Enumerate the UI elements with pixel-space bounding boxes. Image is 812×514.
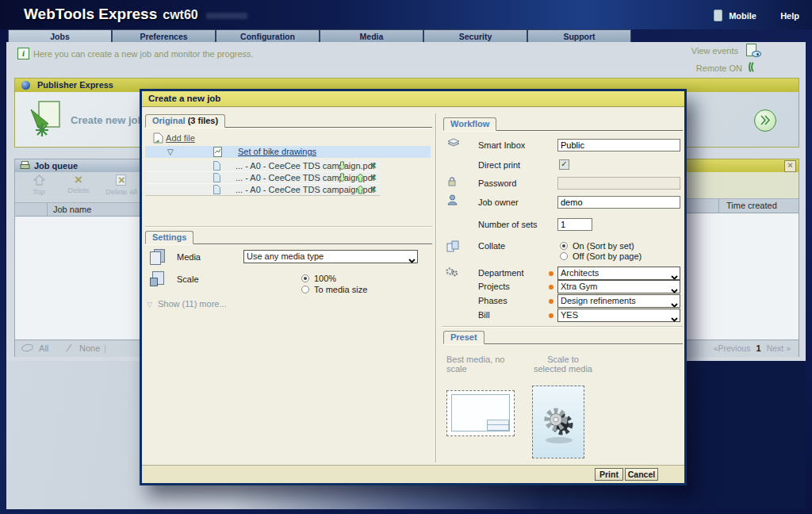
cancel-button[interactable]: Cancel [625, 468, 658, 481]
select-all-link[interactable]: All [21, 340, 48, 357]
workflow-section-tab: Workflow [443, 117, 496, 131]
file-row: ... - A0 - CeeCee TDS campaign.pdf × [145, 184, 380, 196]
remove-file-icon[interactable]: × [370, 185, 377, 194]
delete-all-label: Delete all [105, 187, 137, 196]
pdf-file-icon [213, 161, 220, 173]
required-dot [549, 271, 553, 276]
create-job-dialog: Create a new job Original (3 files) Add … [140, 89, 687, 485]
dialog-pane-divider [435, 113, 437, 462]
smart-inbox-icon [447, 137, 460, 149]
phases-select[interactable]: Design refinements [557, 294, 680, 308]
preset-scale-thumbnail[interactable] [532, 386, 584, 458]
add-file-link[interactable]: Add file [153, 132, 195, 145]
delete-label: Delete [67, 186, 89, 194]
settings-tab-label: Settings [152, 232, 186, 242]
all-icon [21, 343, 34, 353]
delete-all-button[interactable]: × Delete all [101, 175, 142, 196]
department-select[interactable]: Architects [557, 267, 680, 280]
show-more-link[interactable]: ▽ Show (11) more... [147, 299, 227, 309]
number-of-sets-label: Number of sets [478, 220, 538, 229]
required-dot [549, 285, 553, 290]
move-down-icon[interactable] [338, 173, 347, 185]
collate-on-radio[interactable] [560, 242, 568, 250]
tab-media[interactable]: Media [320, 29, 423, 42]
remove-file-icon[interactable]: × [370, 173, 377, 182]
password-input[interactable] [557, 177, 680, 190]
scale-label: Scale [177, 274, 199, 284]
media-select-value: Use any media type [247, 251, 324, 261]
add-file-label: Add file [166, 133, 195, 143]
close-panel-button[interactable]: × [784, 160, 796, 172]
printer-icon [20, 161, 30, 174]
job-owner-input[interactable] [557, 196, 680, 209]
bill-select[interactable]: YES [557, 309, 680, 322]
preset-best-media-thumbnail[interactable] [446, 390, 515, 436]
info-message: Here you can create a new job and monito… [33, 49, 254, 59]
media-select[interactable]: Use any media type [243, 250, 418, 263]
file-row: ... - A0 - CeeCee TDS campaign.pdf × [145, 160, 380, 172]
user-icon [447, 194, 458, 207]
help-link[interactable]: Help [780, 11, 799, 21]
preset-option2-label: Scale to selected media [530, 355, 596, 374]
lock-icon [448, 177, 456, 188]
delete-button[interactable]: × Delete [61, 175, 96, 194]
tab-jobs[interactable]: Jobs [8, 29, 112, 42]
collapse-triangle-icon[interactable]: ▽ [167, 146, 174, 158]
projects-select-value: Xtra Gym [561, 282, 597, 291]
tab-support[interactable]: Support [527, 29, 631, 42]
pagination-next[interactable]: Next » [767, 343, 791, 353]
direct-print-checkbox[interactable]: ✓ [559, 159, 569, 170]
chevron-right-icon [760, 117, 771, 127]
dialog-title-bar: Create a new job [142, 91, 684, 107]
publisher-next-button[interactable] [754, 109, 776, 132]
collate-off-radio[interactable] [560, 252, 568, 260]
system-name: cwt60 [163, 8, 197, 21]
create-job-icon [29, 100, 63, 140]
mobile-link[interactable]: Mobile [714, 10, 756, 21]
media-label: Media [177, 252, 201, 262]
collate-icon [446, 240, 460, 254]
workflow-tab-label: Workflow [450, 119, 489, 128]
move-up-icon[interactable] [356, 185, 365, 197]
delete-all-icon: × [114, 175, 128, 186]
dialog-button-bar: Print Cancel [142, 465, 684, 483]
move-down-icon[interactable] [338, 161, 347, 173]
pdf-file-icon [213, 185, 220, 197]
scale-100-radio[interactable] [301, 274, 309, 282]
remote-toggle[interactable]: Remote ON [696, 60, 761, 75]
view-events-link[interactable]: View events [691, 44, 761, 59]
move-up-icon[interactable] [356, 173, 365, 185]
print-button[interactable]: Print [595, 468, 623, 481]
show-more-triangle-icon: ▽ [147, 301, 152, 309]
number-of-sets-input[interactable] [557, 218, 592, 231]
tab-preferences[interactable]: Preferences [112, 29, 216, 42]
preset-tab-label: Preset [450, 332, 477, 342]
remote-status-label: Remote ON [696, 63, 742, 73]
time-created-label: Time created [726, 201, 777, 210]
department-label: Department [478, 268, 523, 278]
app-title-text: WebTools Express [24, 6, 157, 22]
required-dot [549, 299, 553, 304]
required-dot [549, 313, 553, 318]
create-job-label: Create new job [71, 114, 144, 126]
smart-inbox-input[interactable] [557, 139, 680, 152]
pdf-file-icon [213, 173, 220, 185]
mobile-label: Mobile [729, 11, 756, 21]
tab-configuration[interactable]: Configuration [216, 29, 320, 42]
top-button[interactable]: Top [23, 175, 55, 196]
redacted-text [206, 13, 247, 19]
scale-media-radio[interactable] [301, 286, 309, 293]
file-row: ... - A0 - CeeCee TDS campaign.pdf × [145, 172, 380, 184]
dropdown-chevron-icon [408, 255, 416, 267]
file-group-link[interactable]: Set of bike drawings [238, 146, 316, 158]
collate-label: Collate [478, 241, 505, 251]
none-label: None [79, 343, 100, 353]
remove-file-icon[interactable]: × [370, 161, 377, 171]
pagination-previous[interactable]: «Previous [714, 343, 751, 353]
select-none-link[interactable]: None [64, 340, 100, 357]
view-events-icon [745, 44, 761, 57]
direct-print-label: Direct print [478, 160, 520, 170]
tab-security[interactable]: Security [423, 29, 527, 42]
publisher-sphere-icon [21, 81, 30, 90]
projects-select[interactable]: Xtra Gym [557, 280, 680, 293]
